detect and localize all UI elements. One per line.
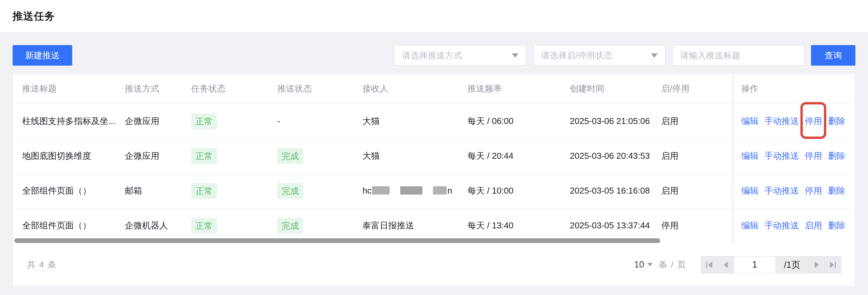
table-row: 柱线图支持多指标及坐...企微应用正常-大猫每天 / 06:002025-03-…: [13, 104, 855, 139]
action-link-删除[interactable]: 删除: [828, 220, 845, 230]
column-header-method: 推送方式: [116, 74, 182, 104]
column-header-enable-state: 启/停用: [652, 74, 732, 104]
cell-push-title: 全部组件页面（）: [13, 173, 116, 208]
next-page-button[interactable]: [808, 256, 825, 273]
total-count-label: 共 4 条: [27, 259, 57, 270]
action-link-删除[interactable]: 删除: [828, 151, 845, 161]
cell-push-frequency: 每天 / 13:40: [458, 208, 561, 243]
prev-page-button[interactable]: [717, 256, 734, 273]
next-page-icon: [815, 262, 819, 268]
chevron-down-icon: [647, 263, 653, 266]
action-link-删除[interactable]: 删除: [828, 116, 845, 126]
action-link-手动推送[interactable]: 手动推送: [765, 151, 799, 161]
cell-push-frequency: 每天 / 20:44: [458, 139, 561, 173]
action-link-停用[interactable]: 停用: [805, 151, 822, 161]
cell-push-title: 柱线图支持多指标及坐...: [13, 104, 116, 139]
first-page-icon: [706, 262, 712, 268]
pagination: /1页: [701, 256, 841, 273]
cell-push-status: -: [268, 104, 353, 139]
cell-task-status: 正常: [182, 104, 268, 139]
enable-status-select[interactable]: 请选择启/停用状态: [533, 45, 665, 66]
task-status-badge: 正常: [191, 183, 217, 199]
cell-recipient: 大猫: [353, 139, 458, 173]
action-link-手动推送[interactable]: 手动推送: [765, 220, 799, 230]
cell-enable-state: 停用: [652, 208, 732, 243]
total-pages-label: /1页: [776, 256, 809, 273]
cell-actions: 编辑手动推送启用删除: [732, 208, 855, 243]
cell-created-time: 2025-03-06 20:43:53: [561, 139, 652, 173]
horizontal-scrollbar[interactable]: [14, 238, 660, 243]
action-link-编辑[interactable]: 编辑: [741, 116, 759, 126]
cell-push-method: 邮箱: [116, 173, 182, 208]
content: 新建推送 请选择推送方式 请选择启/停用状态 查询 推送标题 推送方式: [0, 32, 868, 295]
toolbar: 新建推送 请选择推送方式 请选择启/停用状态 查询: [12, 45, 856, 66]
cell-created-time: 2025-03-05 16:16:08: [561, 173, 652, 208]
cell-push-status: 完成: [268, 208, 353, 243]
push-method-select[interactable]: 请选择推送方式: [394, 45, 526, 66]
push-task-table: 推送标题 推送方式 任务状态 推送状态 接收人 推送频率 创建时间 启/停用 操…: [13, 74, 855, 243]
task-status-badge: 正常: [191, 113, 217, 129]
action-link-停用[interactable]: 停用: [805, 186, 822, 196]
first-page-button[interactable]: [701, 256, 718, 273]
table-row: 全部组件页面（）邮箱正常完成hcn每天 / 10:002025-03-05 16…: [13, 173, 855, 208]
cell-actions: 编辑手动推送停用删除: [732, 104, 855, 139]
page-number-input[interactable]: [734, 256, 776, 273]
cell-push-frequency: 每天 / 10:00: [458, 173, 561, 208]
cell-task-status: 正常: [182, 139, 268, 173]
push-task-table-card: 推送标题 推送方式 任务状态 推送状态 接收人 推送频率 创建时间 启/停用 操…: [12, 73, 856, 286]
cell-enable-state: 启用: [652, 139, 732, 173]
column-header-task-status: 任务状态: [182, 74, 268, 104]
page-title: 推送任务: [12, 9, 55, 23]
cell-enable-state: 启用: [652, 173, 732, 208]
action-link-删除[interactable]: 删除: [828, 186, 845, 196]
cell-recipient: 泰富日报推送: [353, 208, 458, 243]
new-push-button[interactable]: 新建推送: [12, 45, 72, 66]
push-status-badge: 完成: [277, 183, 303, 199]
query-button[interactable]: 查询: [811, 45, 856, 66]
column-header-created: 创建时间: [561, 74, 652, 104]
action-link-启用[interactable]: 启用: [805, 220, 822, 230]
cell-task-status: 正常: [182, 208, 268, 243]
table-footer: 共 4 条 10 条 / 页 /1页: [13, 243, 855, 286]
cell-actions: 编辑手动推送停用删除: [732, 173, 855, 208]
chevron-down-icon: [651, 53, 658, 58]
cell-push-status: 完成: [268, 139, 353, 173]
cell-actions: 编辑手动推送停用删除: [732, 139, 855, 173]
cell-created-time: 2025-03-06 21:05:06: [561, 104, 652, 139]
action-link-手动推送[interactable]: 手动推送: [765, 186, 799, 196]
cell-recipient: hcn: [353, 173, 458, 208]
action-link-手动推送[interactable]: 手动推送: [765, 116, 799, 126]
page-size-value: 10: [634, 260, 644, 270]
column-header-actions: 操作: [732, 74, 855, 104]
push-status-badge: 完成: [277, 148, 303, 164]
column-header-title: 推送标题: [13, 74, 116, 104]
redacted-block: [433, 186, 446, 195]
prev-page-icon: [723, 262, 728, 268]
task-status-badge: 正常: [191, 148, 217, 164]
title-search-input[interactable]: [680, 50, 797, 61]
cell-push-method: 企微应用: [116, 139, 182, 173]
action-link-停用[interactable]: 停用: [805, 116, 822, 126]
last-page-icon: [830, 262, 836, 268]
redacted-block: [372, 186, 390, 195]
cell-push-status: 完成: [268, 173, 353, 208]
title-search-box: [673, 45, 804, 66]
last-page-button[interactable]: [825, 256, 841, 273]
redacted-block: [400, 186, 423, 195]
action-link-编辑[interactable]: 编辑: [741, 220, 759, 230]
action-link-编辑[interactable]: 编辑: [741, 151, 759, 161]
column-header-push-status: 推送状态: [268, 74, 353, 104]
recipient-prefix: hc: [363, 186, 371, 196]
cell-push-title: 地图底图切换维度: [13, 139, 116, 173]
cell-push-method: 企微应用: [116, 104, 182, 139]
column-header-recipient: 接收人: [353, 74, 458, 104]
per-page-label: 条 / 页: [659, 259, 686, 270]
cell-task-status: 正常: [182, 173, 268, 208]
cell-enable-state: 启用: [652, 104, 732, 139]
action-link-编辑[interactable]: 编辑: [741, 186, 759, 196]
push-method-placeholder: 请选择推送方式: [402, 50, 512, 61]
task-status-badge: 正常: [191, 218, 217, 234]
highlight-annotation: 停用: [805, 115, 822, 127]
cell-push-method: 企微机器人: [116, 208, 182, 243]
page-size-select[interactable]: 10: [634, 260, 653, 270]
